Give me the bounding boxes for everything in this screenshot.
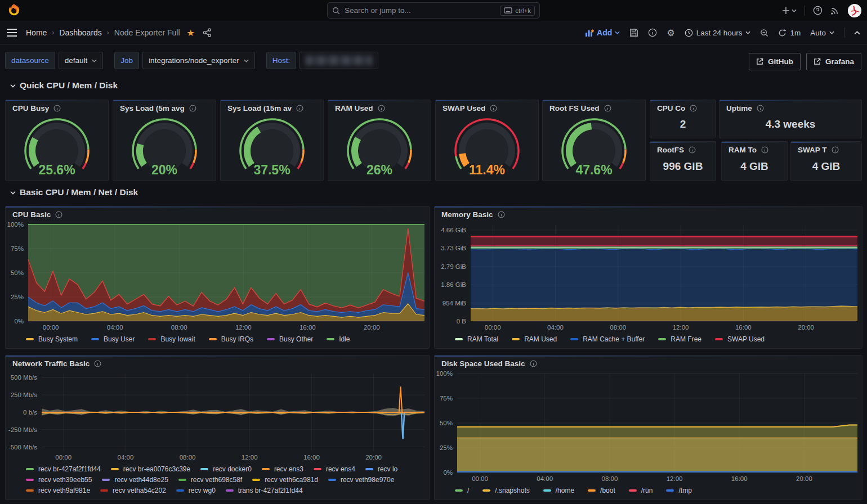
legend-item[interactable]: /run [629,487,653,494]
panel-title[interactable]: Sys Load (15m av [227,104,292,112]
datasource-select[interactable]: default [59,52,104,69]
favorite-star-icon[interactable]: ★ [187,28,195,38]
legend-item[interactable]: recv ens4 [314,465,355,473]
panel-title[interactable]: RAM To [729,146,757,154]
panel-title[interactable]: Network Traffic Basic [12,359,90,368]
info-icon[interactable] [378,105,385,112]
job-label[interactable]: Job [114,52,139,69]
info-icon[interactable] [498,211,505,218]
collapse-toolbar-button[interactable] [854,31,860,35]
legend-item[interactable]: SWAP Used [715,335,765,343]
panel-title[interactable]: Disk Space Used Basic [441,359,525,368]
legend-item[interactable]: recv br-ea0076c3c39e [111,465,190,473]
legend-item[interactable]: Busy System [26,335,78,343]
row-quick-cpu-mem-disk[interactable]: Quick CPU / Mem / Disk [10,80,118,91]
info-icon[interactable] [757,105,764,112]
cpu-basic-chart[interactable]: 0%25%50%75%100%00:0004:0008:0012:0016:00… [6,220,429,333]
add-panel-button[interactable]: Add [585,28,620,37]
disk-space-chart[interactable]: 0%25%50%75%100%00:0004:0008:0012:0016:00… [435,369,862,484]
legend-swatch [178,479,186,481]
legend-item[interactable]: /tmp [666,487,691,494]
legend-item[interactable]: recv lo [365,465,397,473]
legend-item[interactable]: / [455,487,469,494]
legend-item[interactable]: RAM Used [512,335,557,343]
legend-item[interactable]: recv wg0 [176,487,216,494]
help-button[interactable] [813,6,823,15]
new-menu-button[interactable] [782,7,797,15]
info-icon[interactable] [690,105,697,112]
info-icon[interactable] [94,360,101,367]
grafana-link-button[interactable]: Grafana [806,53,861,70]
breadcrumb-home[interactable]: Home [26,28,47,37]
external-link-icon [756,58,763,65]
panel-title[interactable]: CPU Basic [12,210,51,219]
panel-title[interactable]: SWAP T [798,146,827,154]
legend-item[interactable]: recv br-427af2f1fd44 [26,465,101,473]
info-icon[interactable] [832,146,839,154]
host-label[interactable]: Host: [266,52,297,69]
legend-item[interactable]: /home [543,487,574,494]
info-icon[interactable] [761,146,768,154]
legend-label: /boot [600,487,615,494]
dashboard-settings-button[interactable]: ⚙ [667,28,674,38]
panel-title[interactable]: RootFS [657,146,684,154]
breadcrumb-dashboards[interactable]: Dashboards [59,28,102,37]
legend-item[interactable]: recv veth98e970e [328,476,394,484]
legend-item[interactable]: Busy User [91,335,135,343]
info-icon[interactable] [490,105,497,112]
save-dashboard-button[interactable] [629,28,638,37]
share-icon[interactable] [203,28,212,37]
panel-title[interactable]: CPU Busy [12,104,49,112]
legend-item[interactable]: recv docker0 [200,465,252,473]
legend-item[interactable]: Idle [327,335,350,343]
panel-title[interactable]: SWAP Used [443,104,485,112]
panel-title[interactable]: RAM Used [335,104,373,112]
legend-item[interactable]: recv vetha54c202 [100,487,166,494]
legend-item[interactable]: recv veth39eeb55 [26,476,92,484]
legend-item[interactable]: RAM Free [658,335,701,343]
legend-item[interactable]: /.snapshots [482,487,529,494]
grafana-logo[interactable] [7,3,21,17]
job-select[interactable]: integrations/node_exporter [142,52,255,69]
info-icon[interactable] [53,105,61,112]
legend-item[interactable]: /boot [588,487,615,494]
legend-item[interactable]: Busy IRQs [209,335,253,343]
panel-title[interactable]: Sys Load (5m avg [120,104,185,112]
legend-item[interactable]: recv ens3 [262,465,303,473]
dashboard-insights-button[interactable] [648,28,657,37]
memory-basic-chart[interactable]: 0 B954 MiB1.86 GiB2.79 GiB3.73 GiB4.66 G… [435,220,862,333]
refresh-button[interactable]: 1m [778,29,801,37]
info-icon[interactable] [530,360,537,367]
panel-title[interactable]: Root FS Used [549,104,600,112]
hamburger-menu-icon[interactable] [7,29,17,37]
legend-item[interactable]: RAM Total [455,335,498,343]
legend-item[interactable]: recv veth44d8e25 [102,476,168,484]
info-icon[interactable] [296,105,303,112]
panel-title[interactable]: CPU Co [657,104,685,112]
info-icon[interactable] [689,146,696,154]
legend-item[interactable]: RAM Cache + Buffer [570,335,645,343]
legend-label: Busy Iowait [160,335,195,343]
info-icon[interactable] [604,105,611,112]
legend-item[interactable]: recv veth698c58f [178,476,242,484]
row-basic-cpu-mem-net-disk[interactable]: Basic CPU / Mem / Net / Disk [10,187,138,197]
user-avatar[interactable] [848,4,861,17]
panel-title[interactable]: Memory Basic [441,210,493,219]
auto-refresh-select[interactable]: Auto [810,29,834,37]
legend-item[interactable]: recv veth6ca981d [252,476,318,484]
legend-item[interactable]: Busy Iowait [148,335,195,343]
news-icon[interactable] [830,6,840,15]
panel-title[interactable]: Uptime [726,104,752,112]
network-traffic-chart[interactable]: -500 Mb/s-250 Mb/s0 b/s250 Mb/s500 Mb/s0… [6,369,429,463]
legend-item[interactable]: recv veth9af981e [26,487,90,494]
legend-item[interactable]: trans br-427af2f1fd44 [226,487,303,494]
zoom-out-button[interactable] [760,29,768,37]
legend-item[interactable]: Busy Other [267,335,313,343]
info-icon[interactable] [55,211,62,218]
time-range-picker[interactable]: Last 24 hours [685,29,751,37]
info-icon[interactable] [189,105,196,112]
github-link-button[interactable]: GitHub [749,53,801,70]
host-select[interactable] [300,52,378,69]
datasource-label[interactable]: datasource [5,52,55,69]
search-input[interactable]: Search or jump to... ctrl+k [327,2,540,19]
